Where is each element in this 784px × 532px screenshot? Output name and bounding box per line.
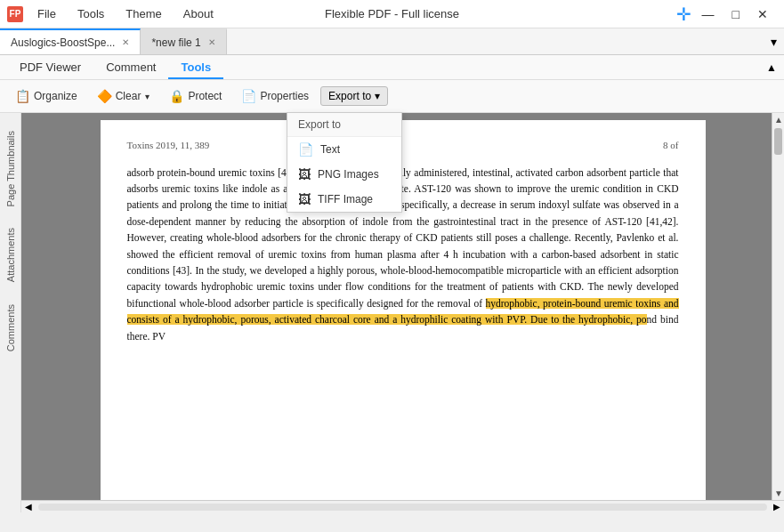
png-icon: 🖼 bbox=[298, 167, 311, 181]
side-panel: Page Thumbnails Attachments Comments bbox=[0, 113, 21, 512]
ribbon-tabs: PDF Viewer Comment Tools ▲ bbox=[0, 55, 784, 80]
tab-auslogics-label: Auslogics-BoostSpe... bbox=[11, 36, 115, 49]
menu-tools[interactable]: Tools bbox=[70, 5, 111, 22]
menu-file[interactable]: File bbox=[30, 5, 63, 22]
side-tab-thumbnails[interactable]: Page Thumbnails bbox=[2, 120, 20, 217]
export-png-label: PNG Images bbox=[318, 168, 379, 181]
window-title: Flexible PDF - Full license bbox=[325, 7, 459, 20]
organize-icon: 📋 bbox=[15, 89, 30, 103]
close-button[interactable]: ✕ bbox=[748, 7, 777, 21]
export-dropdown: Export to 📄 Text 🖼 PNG Images 🖼 TIFF Ima… bbox=[287, 112, 402, 213]
clear-icon: 🔶 bbox=[97, 89, 112, 103]
pdf-content: adsorb protein-bound uremic toxins [40].… bbox=[127, 165, 679, 344]
vertical-scrollbar[interactable]: ▲ ▼ bbox=[772, 113, 784, 500]
scroll-left-button[interactable]: ◀ bbox=[21, 502, 36, 512]
protect-button[interactable]: 🔒 Protect bbox=[161, 85, 230, 107]
export-tiff-item[interactable]: 🖼 TIFF Image bbox=[287, 187, 401, 212]
side-tab-attachments[interactable]: Attachments bbox=[2, 217, 20, 293]
tab-newfile-close[interactable]: ✕ bbox=[208, 37, 215, 47]
export-text-label: Text bbox=[320, 143, 340, 156]
organize-button[interactable]: 📋 Organize bbox=[7, 85, 85, 107]
text-icon: 📄 bbox=[298, 142, 313, 157]
scroll-track bbox=[38, 504, 767, 511]
pdf-scroll-area[interactable]: Toxins 2019, 11, 389 8 of adsorb protein… bbox=[21, 113, 784, 500]
export-png-item[interactable]: 🖼 PNG Images bbox=[287, 162, 401, 187]
scroll-up-button[interactable]: ▲ bbox=[772, 113, 784, 126]
page-info: 8 of bbox=[663, 138, 678, 154]
protect-icon: 🔒 bbox=[169, 89, 184, 103]
horizontal-scrollbar[interactable]: ◀ ▶ bbox=[21, 500, 784, 512]
maximize-button[interactable]: □ bbox=[723, 7, 748, 21]
title-bar-controls: — □ ✕ bbox=[693, 7, 777, 21]
clear-label: Clear bbox=[116, 90, 141, 102]
export-button[interactable]: Export to ▾ bbox=[320, 86, 388, 106]
tab-auslogics[interactable]: Auslogics-BoostSpe... ✕ bbox=[0, 28, 141, 54]
ribbon-collapse-button[interactable]: ▲ bbox=[766, 61, 777, 74]
tab-newfile[interactable]: *new file 1 ✕ bbox=[141, 28, 226, 54]
clear-dropdown-arrow[interactable]: ▾ bbox=[145, 92, 150, 101]
tab-tools[interactable]: Tools bbox=[168, 57, 223, 79]
properties-label: Properties bbox=[260, 90, 309, 102]
minimize-button[interactable]: — bbox=[693, 7, 723, 21]
scroll-right-button[interactable]: ▶ bbox=[770, 502, 784, 512]
ribbon: PDF Viewer Comment Tools ▲ 📋 Organize 🔶 … bbox=[0, 55, 784, 113]
pdf-area: Toxins 2019, 11, 389 8 of adsorb protein… bbox=[21, 113, 784, 512]
main-area: PDF Viewer Comment Tools ▲ 📋 Organize 🔶 … bbox=[0, 55, 784, 512]
title-bar: FP File Tools Theme About Flexible PDF -… bbox=[0, 0, 784, 28]
organize-label: Organize bbox=[34, 90, 77, 102]
menu-theme[interactable]: Theme bbox=[118, 5, 168, 22]
properties-icon: 📄 bbox=[241, 89, 256, 103]
properties-button[interactable]: 📄 Properties bbox=[233, 85, 317, 107]
pdf-page: Toxins 2019, 11, 389 8 of adsorb protein… bbox=[101, 120, 706, 500]
pdf-text-main: adsorb protein-bound uremic toxins [40].… bbox=[127, 167, 679, 309]
tabs-bar: Auslogics-BoostSpe... ✕ *new file 1 ✕ ▾ bbox=[0, 28, 784, 55]
export-label: Export to bbox=[328, 90, 371, 102]
side-tab-comments[interactable]: Comments bbox=[2, 294, 20, 362]
export-tiff-label: TIFF Image bbox=[318, 193, 373, 206]
scroll-thumb[interactable] bbox=[774, 128, 782, 155]
tab-pdf-viewer[interactable]: PDF Viewer bbox=[7, 57, 93, 77]
journal-ref: Toxins 2019, 11, 389 bbox=[127, 138, 210, 154]
tabs-more-button[interactable]: ▾ bbox=[764, 31, 784, 52]
ribbon-toolbar: 📋 Organize 🔶 Clear ▾ 🔒 Protect 📄 Propert… bbox=[0, 80, 784, 112]
tab-newfile-label: *new file 1 bbox=[151, 36, 200, 49]
tab-comment[interactable]: Comment bbox=[93, 57, 168, 77]
export-text-item[interactable]: 📄 Text bbox=[287, 137, 401, 162]
tab-auslogics-close[interactable]: ✕ bbox=[122, 37, 129, 47]
app-icon: FP bbox=[7, 6, 23, 22]
scroll-down-button[interactable]: ▼ bbox=[772, 487, 784, 500]
clear-button[interactable]: 🔶 Clear ▾ bbox=[89, 85, 158, 107]
dropdown-header: Export to bbox=[287, 113, 401, 137]
tiff-icon: 🖼 bbox=[298, 192, 311, 206]
export-dropdown-arrow[interactable]: ▾ bbox=[375, 90, 380, 102]
title-bar-left: FP File Tools Theme About bbox=[7, 5, 221, 22]
protect-label: Protect bbox=[188, 90, 222, 102]
menu-about[interactable]: About bbox=[176, 5, 221, 22]
move-icon[interactable]: ✛ bbox=[676, 4, 691, 25]
